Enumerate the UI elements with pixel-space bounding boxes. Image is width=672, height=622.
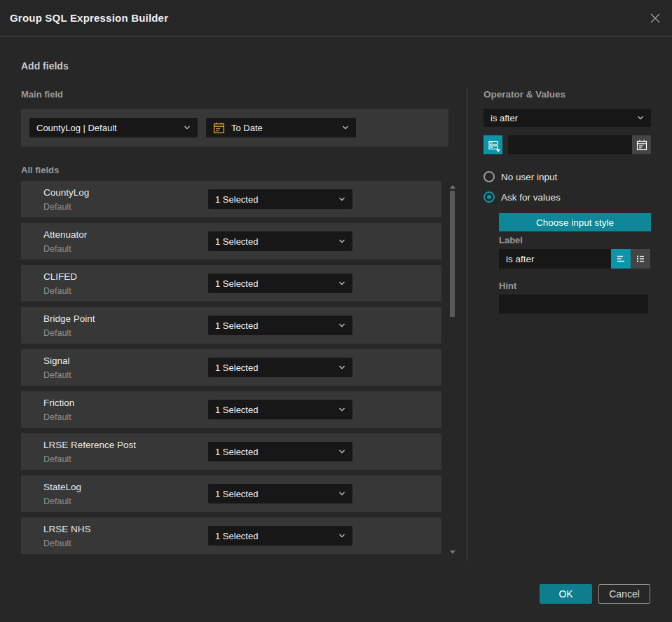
radio-ask-for-values-label: Ask for values bbox=[501, 192, 561, 203]
field-name: Bridge Point bbox=[43, 313, 95, 324]
list-scrollbar[interactable] bbox=[449, 181, 457, 557]
operator-select-value: is after bbox=[491, 113, 518, 123]
operator-select[interactable]: is after bbox=[484, 109, 651, 127]
field-source: Default bbox=[43, 539, 71, 548]
field-name: LRSE Reference Post bbox=[43, 440, 136, 450]
field-source: Default bbox=[43, 202, 71, 212]
scroll-down-arrow-icon[interactable] bbox=[450, 550, 455, 554]
field-values-select[interactable]: 1 Selected bbox=[208, 189, 352, 209]
field-source: Default bbox=[43, 496, 71, 506]
field-values-select-value: 1 Selected bbox=[215, 278, 258, 289]
field-name: StateLog bbox=[43, 482, 81, 492]
chevron-down-icon bbox=[338, 323, 345, 328]
field-row: LRSE NHS Default 1 Selected bbox=[21, 518, 441, 554]
field-row: StateLog Default 1 Selected bbox=[21, 475, 441, 512]
radio-no-user-input-label: No user input bbox=[501, 172, 557, 182]
chevron-down-icon bbox=[184, 125, 191, 130]
field-name: LRSE NHS bbox=[43, 524, 91, 534]
choose-input-style-button[interactable]: Choose input style bbox=[499, 213, 651, 231]
field-values-select-value: 1 Selected bbox=[215, 320, 258, 331]
field-row: Attenuator Default 1 Selected bbox=[21, 223, 441, 259]
field-values-select[interactable]: 1 Selected bbox=[208, 358, 352, 377]
calendar-picker-icon[interactable] bbox=[632, 135, 651, 154]
chevron-down-icon bbox=[338, 449, 345, 454]
panel-divider bbox=[467, 88, 467, 561]
scrollbar-thumb[interactable] bbox=[450, 191, 455, 317]
stack-values-icon[interactable] bbox=[484, 135, 502, 154]
main-field-select[interactable]: CountyLog | Default bbox=[29, 118, 198, 137]
field-values-select-value: 1 Selected bbox=[215, 194, 258, 205]
operator-values-heading: Operator & Values bbox=[484, 89, 565, 100]
field-values-select[interactable]: 1 Selected bbox=[208, 316, 352, 335]
dialog-title: Group SQL Expression Builder bbox=[10, 0, 168, 36]
radio-circle-selected-icon bbox=[484, 191, 495, 203]
main-field-label: Main field bbox=[21, 89, 63, 100]
label-field-label: Label bbox=[499, 235, 523, 245]
field-values-select[interactable]: 1 Selected bbox=[208, 231, 352, 251]
field-source: Default bbox=[43, 454, 71, 464]
mini-caret-icon bbox=[496, 149, 500, 152]
hint-input[interactable] bbox=[499, 295, 648, 313]
radio-no-user-input[interactable]: No user input bbox=[484, 171, 557, 182]
value-input[interactable] bbox=[508, 135, 651, 154]
bulleted-list-icon[interactable] bbox=[631, 249, 650, 269]
field-values-select[interactable]: 1 Selected bbox=[208, 400, 352, 419]
field-name: Friction bbox=[43, 398, 74, 408]
field-values-select-value: 1 Selected bbox=[215, 489, 258, 499]
close-icon[interactable] bbox=[649, 12, 661, 25]
calendar-icon bbox=[213, 122, 225, 134]
field-name: Signal bbox=[43, 356, 70, 366]
chevron-down-icon bbox=[637, 115, 644, 121]
chevron-down-icon bbox=[338, 238, 345, 244]
group-sql-expression-builder-dialog: Group SQL Expression Builder Add fields … bbox=[0, 0, 672, 622]
all-fields-list: CountyLog Default 1 Selected Attenuator … bbox=[21, 181, 441, 554]
chevron-down-icon bbox=[338, 196, 345, 202]
all-fields-label: All fields bbox=[21, 165, 59, 175]
value-field-wrapper bbox=[508, 135, 651, 154]
field-row: Friction Default 1 Selected bbox=[21, 391, 441, 428]
radio-ask-for-values[interactable]: Ask for values bbox=[484, 191, 561, 203]
field-values-select[interactable]: 1 Selected bbox=[208, 442, 352, 461]
field-row: CLIFED Default 1 Selected bbox=[21, 265, 441, 302]
field-source: Default bbox=[43, 286, 71, 296]
chevron-down-icon bbox=[338, 280, 345, 286]
field-values-select[interactable]: 1 Selected bbox=[208, 526, 352, 546]
field-values-select[interactable]: 1 Selected bbox=[208, 273, 352, 293]
cancel-button[interactable]: Cancel bbox=[598, 584, 650, 604]
chevron-down-icon bbox=[338, 365, 345, 370]
field-row: Bridge Point Default 1 Selected bbox=[21, 307, 441, 344]
field-values-select-value: 1 Selected bbox=[215, 363, 258, 373]
label-input[interactable] bbox=[499, 249, 611, 269]
add-fields-heading: Add fields bbox=[21, 60, 69, 72]
field-values-select-value: 1 Selected bbox=[215, 405, 258, 415]
field-name: CLIFED bbox=[43, 271, 77, 282]
field-values-select[interactable]: 1 Selected bbox=[208, 484, 352, 503]
dialog-header: Group SQL Expression Builder bbox=[0, 0, 672, 36]
chevron-down-icon bbox=[338, 533, 345, 539]
field-source: Default bbox=[43, 328, 71, 338]
field-values-select-value: 1 Selected bbox=[215, 236, 258, 247]
main-field-select-value: CountyLog | Default bbox=[36, 123, 117, 133]
hint-field-label: Hint bbox=[499, 280, 516, 291]
field-row: Signal Default 1 Selected bbox=[21, 349, 441, 386]
main-field-date-select-value: To Date bbox=[231, 123, 263, 133]
field-row: CountyLog Default 1 Selected bbox=[21, 181, 441, 217]
field-name: CountyLog bbox=[43, 187, 89, 198]
field-source: Default bbox=[43, 370, 71, 380]
field-values-select-value: 1 Selected bbox=[215, 447, 258, 457]
field-source: Default bbox=[43, 244, 71, 254]
main-field-date-select[interactable]: To Date bbox=[206, 118, 356, 137]
chevron-down-icon bbox=[338, 491, 345, 496]
chevron-down-icon bbox=[338, 407, 345, 412]
field-name: Attenuator bbox=[43, 229, 87, 240]
align-left-icon[interactable] bbox=[611, 249, 631, 269]
field-source: Default bbox=[43, 412, 71, 422]
field-values-select-value: 1 Selected bbox=[215, 531, 258, 541]
ok-button[interactable]: OK bbox=[540, 584, 592, 604]
radio-circle-icon bbox=[484, 171, 495, 182]
chevron-down-icon bbox=[342, 125, 349, 130]
field-row: LRSE Reference Post Default 1 Selected bbox=[21, 433, 441, 470]
main-field-panel: CountyLog | Default To Date bbox=[21, 109, 448, 147]
scroll-up-arrow-icon[interactable] bbox=[450, 185, 455, 189]
